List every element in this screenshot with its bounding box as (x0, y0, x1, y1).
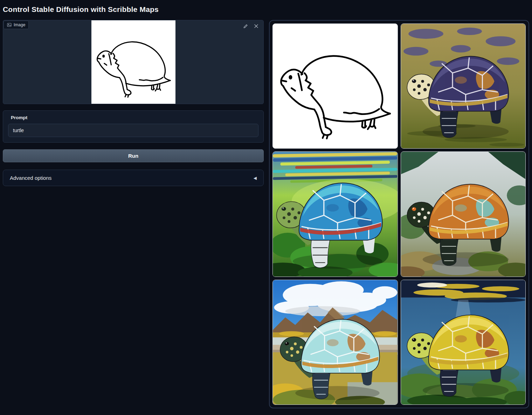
generated-turtle-image (401, 152, 526, 276)
result-gallery (269, 20, 529, 408)
generated-turtle-image (273, 152, 398, 276)
gallery-item-generated-5[interactable] (401, 280, 526, 405)
scribble-turtle-image (273, 24, 398, 148)
gallery-item-scribble[interactable] (272, 23, 398, 149)
image-component-label-text: Image (14, 22, 25, 27)
advanced-options-label: Advanced options (10, 175, 51, 181)
app-root: Control Stable Diffusion with Scribble M… (0, 0, 532, 408)
prompt-component: Prompt (3, 110, 264, 143)
generated-turtle-image (401, 24, 526, 148)
run-button[interactable]: Run (3, 149, 264, 162)
generated-turtle-image (273, 280, 398, 404)
scribble-canvas[interactable] (91, 20, 175, 104)
prompt-label: Prompt (11, 115, 258, 120)
image-input-component: Image (3, 20, 264, 104)
controls-column: Image (3, 20, 264, 186)
pencil-icon (243, 23, 248, 29)
image-component-label: Image (4, 21, 29, 29)
generated-turtle-image (401, 280, 526, 404)
edit-image-button[interactable] (243, 23, 249, 29)
clear-image-button[interactable] (253, 23, 259, 29)
advanced-options-accordion[interactable]: Advanced options ◀ (3, 170, 264, 186)
prompt-input[interactable] (8, 124, 258, 137)
scribble-turtle-drawing (91, 20, 175, 104)
output-column (269, 20, 529, 408)
close-icon (254, 24, 258, 28)
image-icon (7, 23, 12, 27)
gallery-item-generated-2[interactable] (272, 151, 398, 277)
gallery-item-generated-1[interactable] (401, 23, 526, 149)
page-title: Control Stable Diffusion with Scribble M… (3, 0, 529, 20)
chevron-left-icon: ◀ (254, 176, 257, 180)
gallery-item-generated-3[interactable] (401, 151, 526, 277)
gallery-item-generated-4[interactable] (272, 280, 398, 405)
